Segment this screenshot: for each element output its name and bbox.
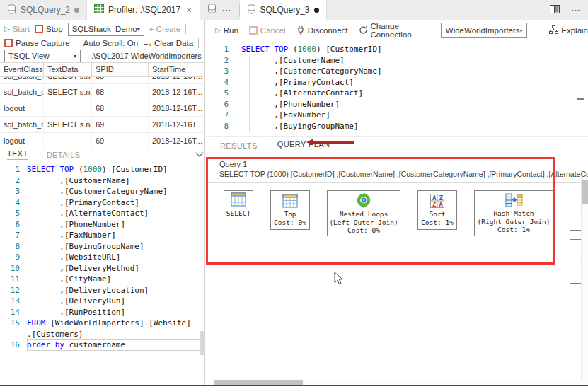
clear-data-button[interactable]: Clear Data	[143, 38, 193, 48]
tab-label: SQLQuery_2	[21, 5, 70, 15]
clear-data-icon	[143, 38, 151, 48]
plan-vscrollbar-thumb[interactable]	[582, 180, 588, 204]
tab-sqlquery-2[interactable]: SQLQuery_2	[0, 0, 87, 20]
statement-text-editor[interactable]: 1SELECT TOP (1000) [CustomerID]2 ,[Custo…	[0, 164, 204, 351]
plan-vscrollbar-track[interactable]	[581, 177, 588, 379]
plan-node[interactable]: Nested Loops(Left Outer Join)Cost: 0%	[327, 190, 400, 236]
grid-column-header[interactable]: EventClass	[0, 63, 44, 76]
line-number: 3	[206, 66, 229, 77]
line-number: 6	[206, 99, 229, 110]
view-dropdown[interactable]: TSQL View ▾	[4, 50, 81, 63]
plan-statement-text: SELECT TOP (1000) [CustomerID] ,[Custome…	[219, 170, 588, 178]
explain-button[interactable]: Explain	[549, 25, 588, 35]
code-text: .[Customers]	[27, 329, 204, 340]
grid-row[interactable]: logout682018-12-16T...	[0, 100, 204, 117]
disconnect-button[interactable]: Disconnect	[296, 25, 348, 36]
plan-node-label: Cost: 1%	[497, 226, 530, 234]
start-button[interactable]: ▷ Start	[4, 25, 30, 33]
change-connection-button[interactable]: Change Connection	[359, 22, 430, 39]
svg-text:A: A	[439, 201, 444, 208]
pause-icon	[4, 39, 13, 47]
sql-code-editor[interactable]: 1SELECT TOP (1000) [CustomerID]2 ,[Custo…	[206, 44, 585, 132]
toolbar-separator	[538, 25, 538, 35]
result-icon	[231, 192, 246, 209]
code-text: FROM [WideWorldImporters].[Website]	[27, 318, 204, 329]
code-line: 6 ,[PhoneNumber]	[206, 99, 585, 110]
profiler-grid-icon	[94, 4, 104, 16]
close-icon[interactable]: ✕	[186, 6, 192, 14]
code-line: 2 ,[CustomerName]	[0, 175, 204, 187]
pause-capture-button[interactable]: Pause Capture	[4, 39, 70, 47]
profiler-toolbar-row1: ▷ Start Stop SQLShack_Demo ▾ + Create	[4, 23, 186, 35]
code-text: ,[WebsiteURL]	[27, 252, 204, 263]
code-line: 8 ,[BuyingGroupName]	[206, 121, 585, 132]
toolbar-separator	[185, 24, 186, 34]
grid-row[interactable]: sql_batch_c...SELECT s.na...692018-12-16…	[0, 117, 204, 133]
line-number	[0, 329, 20, 340]
plan-node-label: Cost: 0%	[274, 219, 306, 227]
stop-button[interactable]: Stop	[35, 25, 63, 33]
grid-column-header[interactable]: TextData	[44, 63, 92, 76]
plan-node[interactable]: AZZASortCost: 1%	[417, 190, 457, 230]
tab-label: Profiler: .\SQL2017	[108, 5, 180, 15]
tab-profiler[interactable]: Profiler: .\SQL2017 ✕	[87, 0, 200, 20]
grid-row[interactable]: sql_batch_c...SELECT s.na...682018-12-16…	[0, 84, 204, 100]
cancel-button[interactable]: Cancel	[249, 26, 286, 35]
grid-cell: sql_batch_c...	[0, 84, 44, 100]
line-number: 7	[206, 110, 229, 121]
split-editor-icon[interactable]	[550, 4, 560, 16]
more-actions-icon[interactable]: ⋯	[571, 5, 581, 16]
tab-results[interactable]: RESULTS	[220, 141, 258, 150]
code-text: ,[RunPosition]	[27, 307, 204, 318]
plan-node[interactable]: Hash Match(Right Outer Join)Cost: 1%	[474, 190, 553, 236]
line-number: 13	[0, 296, 20, 307]
grid-cell: 2018-12-16T...	[149, 84, 204, 100]
result-icon	[282, 194, 298, 210]
query-plan-canvas[interactable]: SELECTTopCost: 0%Nested Loops(Left Outer…	[206, 183, 588, 378]
code-text: ,[CustomerName]	[27, 175, 204, 187]
change-connection-icon	[359, 25, 368, 36]
line-number: 14	[0, 307, 20, 318]
code-text: ,[BuyingGroupName]	[241, 121, 585, 132]
status-bar-edge	[0, 385, 588, 386]
grid-column-header[interactable]: SPID	[92, 63, 149, 76]
line-number: 8	[206, 121, 229, 132]
more-tabs-icon[interactable]: ⋯	[222, 5, 232, 16]
database-icon	[207, 4, 217, 16]
tab-text[interactable]: TEXT	[7, 149, 28, 160]
grid-cell: 68	[92, 84, 149, 100]
run-button[interactable]: ▷ Run	[215, 26, 238, 35]
plan-node[interactable]: SELECT	[224, 190, 253, 219]
grid-cell: SELECT s.na...	[44, 117, 92, 132]
create-button[interactable]: + Create	[149, 25, 180, 33]
left-editor-scrollbar[interactable]	[200, 331, 204, 355]
code-line: .[Customers]	[0, 329, 204, 340]
code-line: 9 ,[WebsiteURL]	[0, 252, 204, 263]
code-line: 13 ,[DeliveryRun]	[0, 296, 204, 307]
plan-node-label: (Left Outer Join)	[329, 219, 398, 227]
session-dropdown[interactable]: SQLShack_Demo ▾	[68, 23, 144, 36]
editor-scrollbar-thumb[interactable]	[577, 98, 584, 100]
plan-node[interactable]: TopCost: 0%	[270, 190, 310, 230]
code-line: 7 ,[FaxNumber]	[206, 110, 585, 121]
code-line: 16order by customername	[0, 339, 204, 351]
plan-header: Query 1 SELECT TOP (1000) [CustomerID] ,…	[206, 157, 588, 182]
grid-row[interactable]: sql_batch_...SELECT s.na...682018-12-16T…	[0, 77, 204, 84]
grid-cell: sql_batch_...	[0, 77, 44, 83]
code-text: ,[DeliveryLocation]	[27, 285, 204, 296]
chevron-down-icon: ▾	[137, 26, 140, 33]
code-text: ,[AlternateContact]	[27, 208, 204, 219]
svg-text:Z: Z	[439, 194, 444, 201]
code-text: order by customername	[27, 339, 204, 351]
tab-details[interactable]: DETAILS	[47, 151, 81, 159]
line-number: 1	[206, 44, 229, 55]
tab-sqlquery-3[interactable]: SQLQuery_3	[240, 0, 327, 20]
database-dropdown[interactable]: WideWorldImporters ▾	[441, 23, 528, 38]
grid-column-header[interactable]: StartTime	[149, 63, 204, 76]
code-text: ,[CustomerCategoryName]	[241, 66, 585, 77]
code-text: SELECT TOP (1000) [CustomerID]	[241, 44, 585, 55]
line-number: 16	[0, 339, 20, 351]
grid-cell: 2018-12-16T...	[149, 77, 204, 83]
plan-query-label: Query 1	[219, 160, 588, 168]
autoscroll-toggle[interactable]: Auto Scroll: On	[83, 39, 138, 47]
